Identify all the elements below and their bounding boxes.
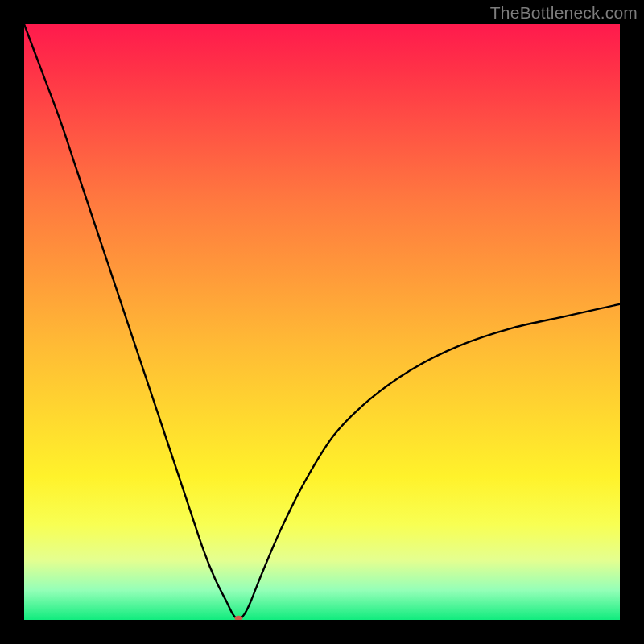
chart-frame: TheBottleneck.com xyxy=(0,0,644,644)
optimal-point-marker xyxy=(234,616,242,620)
curve-svg xyxy=(24,24,620,620)
plot-area xyxy=(24,24,620,620)
watermark-text: TheBottleneck.com xyxy=(490,3,638,23)
bottleneck-curve xyxy=(24,24,620,620)
